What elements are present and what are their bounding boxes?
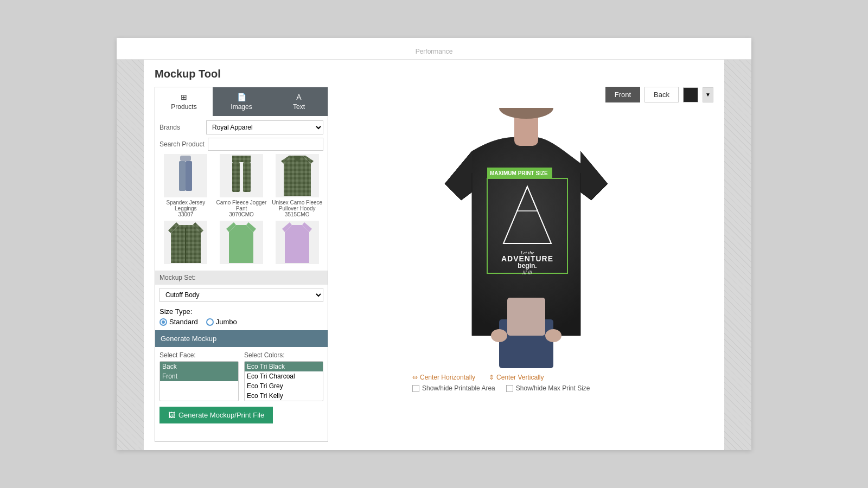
tab-images[interactable]: 📄 Images <box>213 87 270 116</box>
svg-text:MAXIMUM PRINT SIZE: MAXIMUM PRINT SIZE <box>490 170 548 176</box>
svg-text:begin.: begin. <box>518 262 537 269</box>
size-standard-radio[interactable]: Standard <box>159 318 198 326</box>
select-columns: Select Face: Back Front Select Colors: <box>159 351 323 401</box>
generate-body: Select Face: Back Front Select Colors: <box>159 347 323 428</box>
tab-products-label: Products <box>171 103 196 111</box>
size-type-row: Standard Jumbo <box>159 318 323 326</box>
svg-text:/// ///: /// /// <box>522 270 532 275</box>
search-row: Search Product <box>159 138 323 151</box>
tab-text-label: Text <box>293 103 305 111</box>
svg-rect-2 <box>186 161 192 191</box>
mockup-set-section: Mockup Set: <box>155 271 328 285</box>
size-jumbo-label: Jumbo <box>216 318 237 326</box>
generate-section-header: Generate Mockup <box>155 330 328 347</box>
images-icon: 📄 <box>237 93 246 101</box>
product-green-tee[interactable] <box>215 221 268 266</box>
svg-rect-8 <box>243 162 251 192</box>
jumbo-radio-dot <box>206 318 214 326</box>
standard-radio-dot <box>159 318 167 326</box>
svg-rect-6 <box>232 156 251 162</box>
product-code-1: 3070CMO <box>215 211 268 217</box>
show-printable-label: Show/hide Printable Area <box>422 384 495 392</box>
left-sidebar <box>117 60 144 450</box>
show-max-print-checkbox[interactable] <box>506 385 513 392</box>
center-h-btn[interactable]: ⇔ Center Horizontally <box>412 374 475 381</box>
front-view-btn[interactable]: Front <box>605 87 640 102</box>
product-name-2: Unisex Camo Fleece Pullover Hoody <box>271 200 323 211</box>
svg-marker-26 <box>285 225 309 263</box>
brands-row: Brands Royal Apparel <box>159 120 323 134</box>
svg-rect-1 <box>179 161 186 191</box>
right-sidebar <box>724 60 751 450</box>
left-panel: ⊞ Products 📄 Images A Text <box>155 87 328 442</box>
colors-col: Select Colors: Eco Tri Black Eco Tri Cha… <box>244 351 323 401</box>
show-max-print-item: Show/hide Max Print Size <box>506 384 590 392</box>
page-title: Mockup Tool <box>155 68 713 80</box>
tab-text[interactable]: A Text <box>270 87 328 116</box>
tab-images-label: Images <box>231 103 252 111</box>
size-standard-label: Standard <box>169 318 198 326</box>
top-nav: Performance <box>117 38 751 60</box>
nav-label: Performance <box>416 48 453 55</box>
svg-point-15 <box>295 156 300 161</box>
product-camo-hoodie[interactable]: Unisex Camo Fleece Pullover Hoody 3515CM… <box>271 154 323 217</box>
center-h-label: Center Horizontally <box>420 374 475 381</box>
colors-select[interactable]: Eco Tri Black Eco Tri Charcoal Eco Tri G… <box>244 361 323 401</box>
center-v-btn[interactable]: ⇕ Center Vertically <box>489 374 544 381</box>
svg-point-30 <box>499 108 553 119</box>
tab-products[interactable]: ⊞ Products <box>155 87 213 116</box>
size-type-label-row: Size Type: <box>159 307 323 316</box>
preview-toolbar: Front Back ▼ <box>605 87 713 102</box>
show-max-print-label: Show/hide Max Print Size <box>516 384 590 392</box>
main-content: Mockup Tool ⊞ Products 📄 Images <box>144 60 724 450</box>
mockup-set-row: Cutoff Body <box>159 288 323 302</box>
generate-button[interactable]: 🖼 Generate Mockup/Print File <box>159 407 273 423</box>
svg-marker-23 <box>229 225 253 263</box>
product-grid: Spandex Jersey Leggings 33007 <box>159 154 323 266</box>
show-printable-item: Show/hide Printable Area <box>412 384 495 392</box>
face-col: Select Face: Back Front <box>159 351 239 401</box>
center-v-label: Center Vertically <box>496 374 544 381</box>
center-h-icon: ⇔ <box>412 374 418 381</box>
svg-point-42 <box>491 329 507 342</box>
tab-bar: ⊞ Products 📄 Images A Text <box>155 87 328 116</box>
text-icon: A <box>296 93 301 101</box>
center-v-icon: ⇕ <box>489 374 494 381</box>
mockup-image-container: MAXIMUM PRINT SIZE Let the ADVENTURE beg… <box>423 108 629 368</box>
generate-btn-label: Generate Mockup/Print File <box>178 411 264 419</box>
show-printable-checkbox[interactable] <box>412 385 419 392</box>
product-code-2: 3515CMO <box>271 211 323 217</box>
align-row: ⇔ Center Horizontally ⇕ Center Verticall… <box>412 374 544 381</box>
product-camo-pant[interactable]: Camo Fleece Jogger Pant 3070CMO <box>215 154 268 217</box>
bottom-controls: ⇔ Center Horizontally ⇕ Center Verticall… <box>412 374 640 392</box>
colors-col-label: Select Colors: <box>244 351 323 359</box>
back-view-btn[interactable]: Back <box>644 87 679 102</box>
svg-rect-0 <box>180 156 191 161</box>
right-panel: Front Back ▼ <box>339 87 713 442</box>
product-jacket[interactable] <box>159 221 212 266</box>
products-icon: ⊞ <box>181 93 187 101</box>
color-dropdown-arrow[interactable]: ▼ <box>703 87 713 102</box>
svg-rect-7 <box>232 162 240 192</box>
product-code-0: 33007 <box>159 211 212 217</box>
size-type-label: Size Type: <box>159 307 192 316</box>
mockup-set-select[interactable]: Cutoff Body <box>159 288 323 302</box>
generate-section-label: Generate Mockup <box>161 335 216 343</box>
color-swatch[interactable] <box>683 87 698 102</box>
product-lavender-tee[interactable] <box>271 221 323 266</box>
checkbox-row: Show/hide Printable Area Show/hide Max P… <box>412 384 590 392</box>
svg-rect-41 <box>507 298 545 336</box>
size-jumbo-radio[interactable]: Jumbo <box>206 318 237 326</box>
face-select[interactable]: Back Front <box>159 361 239 401</box>
product-leggings[interactable]: Spandex Jersey Leggings 33007 <box>159 154 212 217</box>
mockup-set-label: Mockup Set: <box>159 274 196 281</box>
tshirt-mockup: MAXIMUM PRINT SIZE Let the ADVENTURE beg… <box>423 108 629 368</box>
generate-icon: 🖼 <box>168 411 175 419</box>
product-name-1: Camo Fleece Jogger Pant <box>215 200 268 211</box>
brands-select[interactable]: Royal Apparel <box>206 120 323 134</box>
search-input[interactable] <box>208 138 323 151</box>
brands-label: Brands <box>159 124 203 131</box>
panel-body: Brands Royal Apparel Search Product <box>155 116 328 441</box>
face-col-label: Select Face: <box>159 351 239 359</box>
svg-marker-12 <box>284 156 311 196</box>
